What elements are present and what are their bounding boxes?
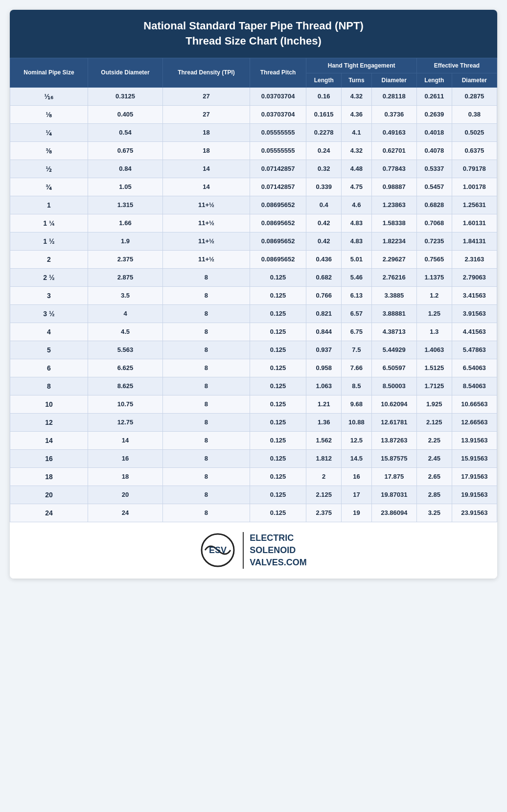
table-cell: 8 (163, 413, 250, 431)
table-cell: 0.125 (250, 359, 306, 377)
table-cell: 18 (10, 467, 88, 486)
table-cell: 0.07142857 (250, 160, 306, 178)
table-cell: 1.25631 (452, 196, 497, 214)
table-cell: 4.36 (342, 105, 372, 123)
table-cell: 6.54063 (452, 359, 497, 377)
page-title: National Standard Taper Pipe Thread (NPT… (10, 10, 497, 58)
table-row: ³⁄₈0.675180.055555550.244.320.627010.407… (10, 141, 497, 160)
table-cell: 2.3163 (452, 250, 497, 268)
table-cell: 17.875 (371, 467, 416, 486)
table-row: 1212.7580.1251.3610.8812.617812.12512.66… (10, 413, 497, 431)
table-cell: 0.6828 (416, 196, 452, 214)
table-cell: 0.844 (306, 323, 342, 341)
table-cell: 0.38 (452, 105, 497, 123)
table-cell: 10.75 (88, 395, 162, 413)
table-cell: 1.66 (88, 214, 162, 232)
table-cell: 24 (88, 504, 162, 522)
table-cell: 4.83 (342, 232, 372, 250)
table-cell: 0.5337 (416, 160, 452, 178)
table-cell: 2.25 (416, 431, 452, 449)
table-cell: 8.50003 (371, 377, 416, 395)
table-cell: 0.16 (306, 87, 342, 105)
table-cell: 8 (163, 359, 250, 377)
table-cell: 1.9 (88, 232, 162, 250)
table-cell: 0.339 (306, 178, 342, 196)
table-cell: 1.21 (306, 395, 342, 413)
table-cell: 1.23863 (371, 196, 416, 214)
table-cell: 4 (88, 304, 162, 323)
table-cell: 8 (163, 504, 250, 522)
table-cell: 14.5 (342, 449, 372, 467)
table-cell: 4 (10, 323, 88, 341)
table-cell: 2.65 (416, 467, 452, 486)
table-cell: 13.91563 (452, 431, 497, 449)
table-row: ¹⁄₈0.405270.037037040.16154.360.37360.26… (10, 105, 497, 123)
table-cell: 2 (306, 467, 342, 486)
table-cell: 0.125 (250, 431, 306, 449)
table-cell: ¹⁄₂ (10, 160, 88, 178)
table-row: ¹⁄₂0.84140.071428570.324.480.778430.5337… (10, 160, 497, 178)
table-cell: 4.38713 (371, 323, 416, 341)
table-cell: 0.77843 (371, 160, 416, 178)
npt-table: Nominal Pipe Size Outside Diameter Threa… (10, 58, 497, 522)
col-outside-diameter: Outside Diameter (88, 58, 162, 87)
table-cell: 7.66 (342, 359, 372, 377)
table-cell: 0.03703704 (250, 105, 306, 123)
table-cell: 3 (10, 286, 88, 304)
table-cell: 14 (10, 431, 88, 449)
table-row: ¹⁄₁₆0.3125270.037037040.164.320.281180.2… (10, 87, 497, 105)
table-cell: 0.125 (250, 449, 306, 467)
table-cell: 0.08695652 (250, 214, 306, 232)
table-row: 161680.1251.81214.515.875752.4515.91563 (10, 449, 497, 467)
table-cell: 5.46 (342, 268, 372, 286)
table-cell: 0.05555555 (250, 123, 306, 141)
table-cell: 6.57 (342, 304, 372, 323)
table-body: ¹⁄₁₆0.3125270.037037040.164.320.281180.2… (10, 87, 497, 522)
table-cell: 5.47863 (452, 341, 497, 359)
table-cell: 8 (163, 449, 250, 467)
table-cell: 2.79063 (452, 268, 497, 286)
table-cell: 0.32 (306, 160, 342, 178)
table-row: ¹⁄₄0.54180.055555550.22784.10.491630.401… (10, 123, 497, 141)
table-row: 2 ½2.87580.1250.6825.462.762161.13752.79… (10, 268, 497, 286)
footer: ESV ELECTRIC SOLENOID VALVES.COM (10, 522, 497, 579)
table-cell: 2.875 (88, 268, 162, 286)
table-cell: 0.7565 (416, 250, 452, 268)
table-row: 181880.12521617.8752.6517.91563 (10, 467, 497, 486)
table-cell: 8.54063 (452, 377, 497, 395)
table-cell: 0.405 (88, 105, 162, 123)
table-cell: 0.937 (306, 341, 342, 359)
table-cell: 12.75 (88, 413, 162, 431)
table-cell: 6.625 (88, 359, 162, 377)
table-cell: 4.1 (342, 123, 372, 141)
table-cell: 1.5125 (416, 359, 452, 377)
table-cell: 0.675 (88, 141, 162, 160)
table-cell: 0.4 (306, 196, 342, 214)
table-row: 141480.1251.56212.513.872632.2513.91563 (10, 431, 497, 449)
company-line3: VALVES.COM (250, 557, 306, 567)
table-cell: 0.4078 (416, 141, 452, 160)
table-cell: 0.125 (250, 341, 306, 359)
table-cell: 19 (342, 504, 372, 522)
table-cell: 0.958 (306, 359, 342, 377)
table-cell: 16 (342, 467, 372, 486)
table-cell: 0.62701 (371, 141, 416, 160)
table-cell: 3 ½ (10, 304, 88, 323)
header-group-row: Nominal Pipe Size Outside Diameter Threa… (10, 58, 497, 73)
table-cell: 2.85 (416, 486, 452, 504)
table-cell: 3.41563 (452, 286, 497, 304)
table-cell: 1.562 (306, 431, 342, 449)
table-cell: 0.08695652 (250, 232, 306, 250)
table-cell: 5.44929 (371, 341, 416, 359)
table-cell: 27 (163, 87, 250, 105)
col-thread-density: Thread Density (TPI) (163, 58, 250, 87)
table-cell: 4.75 (342, 178, 372, 196)
company-name: ELECTRIC SOLENOID VALVES.COM (243, 532, 306, 569)
page-container: National Standard Taper Pipe Thread (NPT… (10, 10, 497, 579)
table-cell: 5 (10, 341, 88, 359)
table-cell: 0.3125 (88, 87, 162, 105)
table-cell: 6.13 (342, 286, 372, 304)
table-cell: 0.766 (306, 286, 342, 304)
table-cell: 12 (10, 413, 88, 431)
table-cell: 0.2278 (306, 123, 342, 141)
